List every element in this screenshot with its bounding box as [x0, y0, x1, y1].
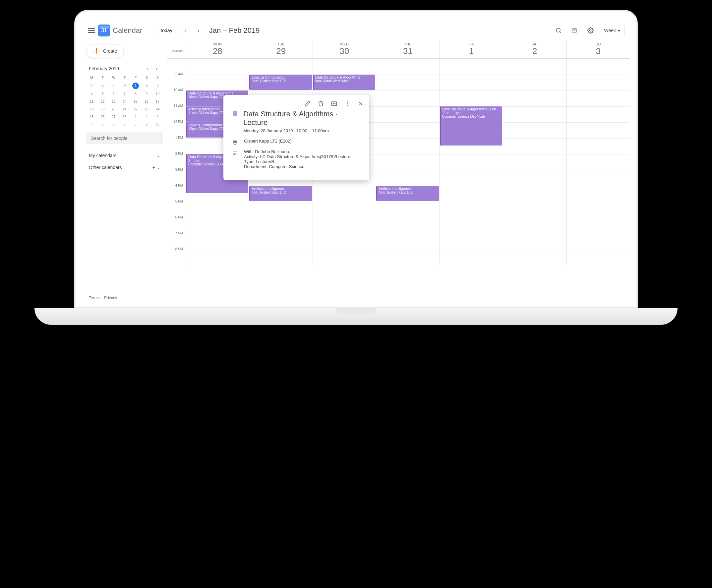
minical-day[interactable]: 6	[108, 121, 119, 128]
more-options-button[interactable]	[341, 98, 353, 110]
hour-cell[interactable]	[567, 138, 630, 154]
hour-cell[interactable]	[503, 75, 566, 90]
minical-day[interactable]: 14	[119, 98, 130, 105]
hour-cell[interactable]	[567, 90, 630, 106]
minical-day[interactable]: 7	[119, 90, 130, 98]
minical-day[interactable]: 3	[152, 82, 163, 90]
next-week-button[interactable]: ›	[193, 25, 204, 36]
hour-cell[interactable]	[440, 59, 503, 75]
minical-day[interactable]: 19	[97, 105, 108, 113]
minical-day[interactable]: 4	[86, 90, 97, 98]
minical-day[interactable]: 5	[97, 90, 108, 98]
search-people-input[interactable]	[86, 132, 163, 144]
minical-day[interactable]: 20	[108, 105, 119, 113]
view-selector[interactable]: Week ▾	[600, 25, 625, 36]
other-calendars-section[interactable]: Other calendars + ⌄	[86, 162, 163, 173]
hour-cell[interactable]	[376, 202, 439, 218]
hour-cell[interactable]	[249, 218, 312, 234]
hour-cell[interactable]	[376, 170, 439, 186]
minical-day[interactable]: 22	[130, 105, 141, 113]
hour-cell[interactable]	[376, 75, 439, 90]
minical-day[interactable]: 23	[141, 105, 152, 113]
minical-day[interactable]: 21	[119, 105, 130, 113]
minical-day[interactable]: 26	[97, 113, 108, 121]
add-calendar-icon[interactable]: +	[152, 165, 155, 170]
edit-event-button[interactable]	[302, 98, 314, 110]
hour-cell[interactable]	[503, 90, 566, 106]
hour-cell[interactable]	[440, 202, 503, 218]
minical-day[interactable]: 1	[130, 113, 141, 121]
minical-day[interactable]: 17	[152, 98, 163, 105]
minical-day[interactable]: 2	[141, 82, 152, 90]
hour-cell[interactable]	[376, 59, 439, 75]
hour-cell[interactable]	[567, 234, 630, 250]
hour-cell[interactable]	[567, 59, 630, 75]
hour-cell[interactable]	[249, 250, 312, 266]
hour-cell[interactable]	[186, 250, 249, 266]
hour-cell[interactable]	[440, 218, 503, 234]
calendar-event[interactable]: Artificial Intelligence4pm, Gisbert Kapp…	[376, 186, 439, 201]
minical-prev-button[interactable]: ‹	[143, 65, 151, 72]
hour-cell[interactable]	[249, 59, 312, 75]
hour-cell[interactable]	[376, 122, 439, 138]
terms-link[interactable]: Terms	[89, 296, 100, 300]
hour-cell[interactable]	[503, 138, 566, 154]
hour-cell[interactable]	[567, 154, 630, 170]
minical-day[interactable]: 1	[132, 83, 139, 89]
hour-cell[interactable]	[567, 202, 630, 218]
minical-day[interactable]: 12	[97, 98, 108, 105]
minical-day[interactable]: 24	[152, 105, 163, 113]
hour-cell[interactable]	[440, 234, 503, 250]
minical-day[interactable]: 4	[86, 121, 97, 128]
menu-icon[interactable]	[87, 26, 96, 35]
minical-day[interactable]: 8	[130, 90, 141, 98]
hour-cell[interactable]	[249, 202, 312, 218]
minical-day[interactable]: 18	[86, 105, 97, 113]
minical-day[interactable]: 2	[141, 113, 152, 121]
day-header[interactable]: TUE29	[249, 40, 312, 58]
hour-cell[interactable]	[376, 90, 439, 106]
hour-cell[interactable]	[440, 75, 503, 90]
minical-day[interactable]: 16	[141, 98, 152, 105]
search-icon[interactable]	[552, 24, 565, 37]
help-icon[interactable]	[568, 24, 581, 37]
day-column[interactable]	[503, 59, 566, 266]
hour-cell[interactable]	[376, 106, 439, 122]
minical-next-button[interactable]: ›	[152, 65, 161, 72]
calendar-event[interactable]: Logic & Computation9am, Gisbert Kapp LT2	[249, 75, 312, 90]
minical-day[interactable]: 29	[97, 82, 108, 90]
time-grid[interactable]: 8 AM9 AM10 AM11 AM12 PM1 PM2 PM3 PM4 PM5…	[167, 59, 630, 307]
calendar-event[interactable]: Data Structure & Algorithms · Laboratory…	[440, 106, 502, 146]
hour-cell[interactable]	[313, 186, 376, 202]
day-header[interactable]: SAT2	[503, 40, 566, 58]
hour-cell[interactable]	[186, 218, 249, 234]
minical-day[interactable]: 10	[152, 90, 163, 98]
hour-cell[interactable]	[313, 202, 376, 218]
day-column[interactable]: Artificial Intelligence4pm, Gisbert Kapp…	[376, 59, 439, 266]
hour-cell[interactable]	[567, 106, 630, 122]
minical-day[interactable]: 13	[108, 98, 119, 105]
hour-cell[interactable]	[376, 218, 439, 234]
hour-cell[interactable]	[186, 234, 249, 250]
today-button[interactable]: Today	[155, 25, 177, 36]
calendar-event[interactable]: Artificial Intelligence4pm, Gisbert Kapp…	[249, 186, 312, 201]
day-header[interactable]: SU3	[566, 40, 630, 58]
hour-cell[interactable]	[440, 170, 503, 186]
hour-cell[interactable]	[503, 106, 566, 122]
minical-day[interactable]: 15	[130, 98, 141, 105]
hour-cell[interactable]	[440, 250, 503, 266]
hour-cell[interactable]	[503, 154, 566, 170]
hour-cell[interactable]	[313, 59, 376, 75]
minical-day[interactable]: 9	[141, 90, 152, 98]
calendar-event[interactable]: Data Structure & Algorithms9am, Aston We…	[313, 75, 375, 90]
hour-cell[interactable]	[440, 154, 503, 170]
minical-day[interactable]: 5	[97, 121, 108, 128]
hour-cell[interactable]	[567, 75, 630, 90]
minical-day[interactable]: 7	[119, 121, 130, 128]
minical-day[interactable]: 6	[108, 90, 119, 98]
hour-cell[interactable]	[567, 218, 630, 234]
mini-calendar[interactable]: MTWTFSS282930311234567891011121314151617…	[86, 74, 163, 128]
hour-cell[interactable]	[249, 234, 312, 250]
email-guests-button[interactable]	[328, 98, 340, 110]
hour-cell[interactable]	[567, 186, 630, 202]
